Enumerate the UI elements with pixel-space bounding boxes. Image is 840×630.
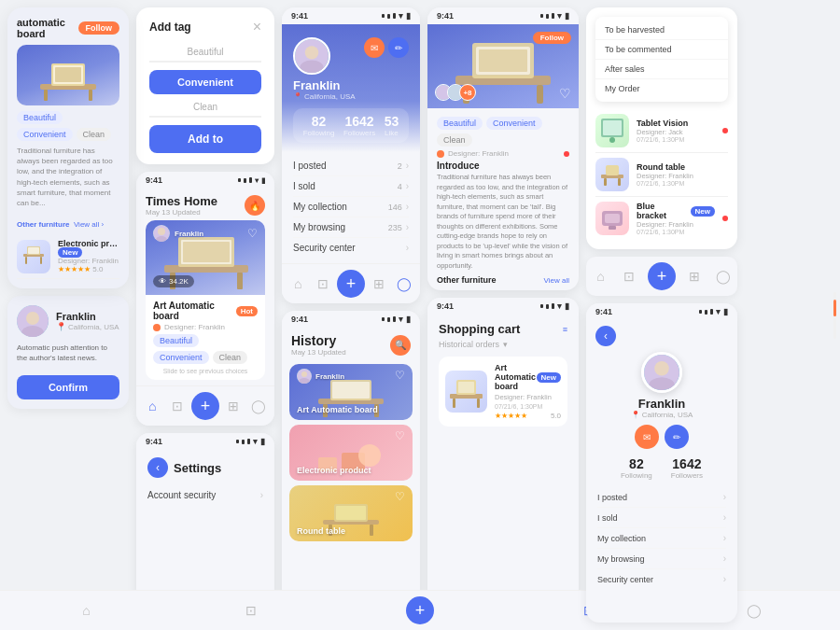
sold-row[interactable]: I sold 4 ›	[293, 176, 409, 197]
browsing-row[interactable]: My browsing 235 ›	[293, 217, 409, 238]
close-icon[interactable]: ×	[253, 19, 261, 35]
right-posted-label: I posted	[597, 493, 627, 502]
security-row[interactable]: Security center ›	[293, 238, 409, 258]
battery-icon-times: ▮	[261, 176, 265, 185]
nav-home-strip[interactable]: ⌂	[590, 266, 610, 287]
nav-car-strip[interactable]: ⊡	[619, 266, 639, 287]
dropdown-arrow[interactable]: ▾	[503, 340, 508, 349]
nav-add-strip[interactable]: +	[648, 262, 676, 290]
blue-name-row: Blue bracket New	[637, 202, 715, 220]
history-search-icon[interactable]: 🔍	[390, 335, 411, 356]
list-product-tablet: Tablet Vision Designer: Jack 07/21/6, 1:…	[595, 109, 728, 153]
wifi-history: ▾	[399, 315, 403, 324]
dropdown-item-3[interactable]: After sales	[595, 60, 728, 79]
sold-count: 4	[398, 182, 402, 191]
nav-add-profile[interactable]: +	[337, 270, 365, 298]
cs3	[552, 303, 554, 309]
likes-label: Like	[385, 129, 399, 137]
view-all-left[interactable]: View all ›	[74, 220, 104, 229]
bottom-nav-times[interactable]: ⌂ ⊡ + ⊞ ◯	[136, 385, 274, 426]
cs1	[540, 304, 543, 308]
back-button-settings[interactable]: ‹	[147, 457, 168, 478]
right-stats: 82 Following 1642 Followers	[621, 456, 703, 480]
bat-right: ▮	[723, 307, 728, 316]
right-posted-row[interactable]: I posted ›	[597, 487, 726, 508]
sig2	[387, 14, 390, 19]
svg-rect-59	[604, 178, 607, 186]
cart-header: Shopping cart ≡	[439, 322, 567, 336]
right-collection-row[interactable]: My collection ›	[597, 528, 726, 549]
profile-card-small-left: Franklin 📍 California, USA Automatic pus…	[7, 296, 129, 408]
history-heart-3[interactable]: ♡	[395, 490, 405, 503]
back-button-right[interactable]: ‹	[595, 326, 616, 346]
round-info: Round table Designer: Franklin 07/21/6, …	[637, 162, 728, 187]
bottom-nav-cart[interactable]: ⌂ ⊡ + ⊞ ◯	[427, 590, 579, 623]
detail-tag-b: Beautiful	[437, 117, 483, 130]
nav-user-times[interactable]: ◯	[248, 396, 269, 416]
follow-button-detail[interactable]: Follow	[533, 32, 571, 44]
nav-car-profile[interactable]: ⊡	[313, 273, 333, 294]
nav-user-profile[interactable]: ◯	[394, 273, 414, 294]
add-to-button[interactable]: Add to	[149, 125, 261, 153]
art-auto-title: automatic board	[17, 17, 78, 39]
posted-count: 2	[398, 161, 402, 171]
nav-car-times[interactable]: ⊡	[167, 396, 188, 416]
times-home-icon[interactable]: 🔥	[245, 195, 265, 216]
nav-cart-times[interactable]: ⊞	[223, 396, 244, 416]
security-arrow: ›	[406, 243, 409, 253]
ds3	[552, 13, 554, 19]
product-tags: Beautiful Convenient Clean	[153, 334, 258, 364]
right-followers-count: 1642	[671, 456, 703, 471]
rs2	[705, 310, 707, 315]
right-edit-button[interactable]: ✏	[665, 425, 689, 449]
account-security-row[interactable]: Account security ›	[147, 485, 263, 505]
collection-label: My collection	[293, 202, 347, 212]
edit-button[interactable]: ✏	[388, 37, 409, 58]
profile-location-full: 📍 California, USA	[293, 92, 409, 101]
tag-clean-option[interactable]: Clean	[149, 98, 261, 118]
right-security-row[interactable]: Security center ›	[597, 569, 726, 589]
list-icon[interactable]: ≡	[563, 325, 567, 334]
message-button[interactable]: ✉	[364, 37, 385, 58]
svg-rect-63	[605, 214, 620, 223]
nav-cart-profile[interactable]: ⊞	[369, 273, 389, 294]
nav-home-times[interactable]: ⌂	[142, 396, 162, 416]
right-browsing-row[interactable]: My browsing ›	[597, 549, 726, 569]
wifi-icon-times: ▾	[255, 176, 259, 185]
nav-add-cart[interactable]: +	[427, 596, 434, 623]
detail-heart[interactable]: ♡	[559, 86, 571, 101]
status-icons-settings: ▾ ▮	[236, 437, 265, 446]
times-home-card: 9:41 ▾ ▮ Times Home May 13 Updated 🔥	[136, 172, 274, 426]
cart-item-1: Art Automatic board New Designer: Frankl…	[439, 357, 567, 427]
historical-orders-row: Historical orders ▾	[439, 340, 567, 349]
posted-row[interactable]: I posted 2 ›	[293, 156, 409, 176]
following-label: Following	[303, 129, 335, 137]
nav-cart-strip[interactable]: ⊞	[684, 266, 705, 287]
right-sold-row[interactable]: I sold ›	[597, 508, 726, 528]
right-browsing-label: My browsing	[597, 554, 645, 564]
collection-row[interactable]: My collection 146 ›	[293, 197, 409, 217]
dropdown-item-4[interactable]: My Order	[595, 79, 728, 98]
profile-right-card: 9:41 ▾ ▮ ‹ Franklin 📍 California, USA ✉	[586, 303, 737, 623]
dropdown-item-2[interactable]: To be commented	[595, 40, 728, 60]
right-menu: I posted › I sold › My collection › My b…	[597, 487, 726, 589]
follow-button-left[interactable]: Follow	[78, 21, 120, 35]
history-heart-2[interactable]: ♡	[395, 429, 405, 442]
tag-beautiful-option[interactable]: Beautiful	[149, 43, 261, 63]
confirm-button-left[interactable]: Confirm	[17, 375, 119, 399]
history-title-row: History May 13 Updated 🔍	[291, 333, 411, 357]
dropdown-item-1[interactable]: To be harvested	[595, 21, 728, 40]
right-message-button[interactable]: ✉	[635, 425, 659, 449]
tag-convenient-button[interactable]: Convenient	[149, 70, 261, 94]
nav-home-profile[interactable]: ⌂	[287, 273, 308, 294]
view-all-detail[interactable]: View all	[544, 276, 569, 285]
posted-arrow: ›	[406, 161, 409, 171]
mini-product-1: Electronic product New Designer: Frankli…	[17, 234, 119, 279]
bottom-nav-profile[interactable]: ⌂ ⊡ + ⊞ ◯	[282, 263, 420, 303]
history-item-2: ♡ Electronic product	[289, 425, 413, 481]
nav-user-strip[interactable]: ◯	[713, 266, 734, 287]
times-home-heart[interactable]: ♡	[247, 227, 258, 240]
round-date: 07/21/6, 1:30PM	[637, 180, 728, 187]
nav-add-times[interactable]: +	[191, 392, 219, 420]
bottom-nav-strip[interactable]: ⌂ ⊡ + ⊞ ◯	[586, 257, 737, 296]
